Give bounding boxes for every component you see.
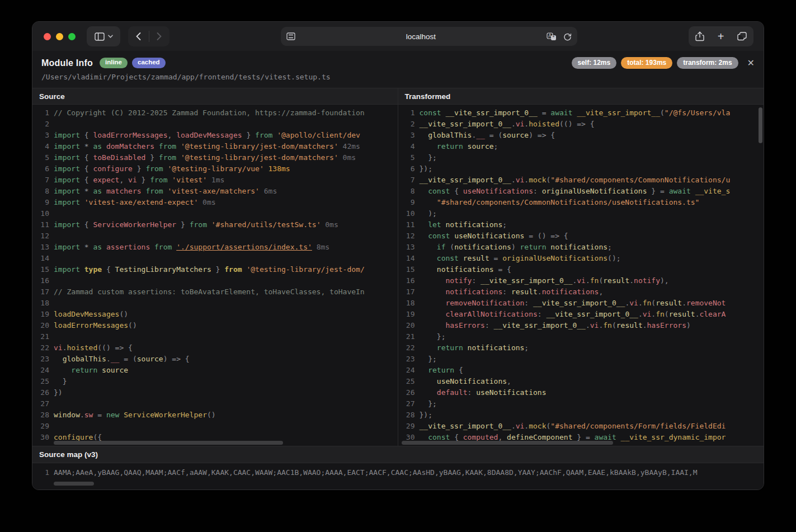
code-token: useNotifications — [454, 232, 524, 240]
code-token: } = — [572, 433, 594, 441]
line-number: 27 — [32, 398, 49, 409]
tab-overview-icon[interactable] — [737, 32, 747, 41]
code-token: __vite_s — [695, 187, 731, 195]
line-number: 21 — [32, 331, 49, 342]
code-line: 17// Zammad custom assertions: toBeAvata… — [32, 286, 398, 298]
code-token: expect — [93, 176, 119, 184]
address-bar[interactable]: localhost A * — [281, 27, 577, 46]
reader-icon[interactable] — [286, 32, 295, 40]
code-token: '#shared/utils/testSw.ts' — [211, 220, 321, 229]
code-link[interactable]: './support/assertions/index.ts' — [176, 243, 312, 251]
code-token — [420, 220, 428, 229]
code-token: , — [119, 176, 128, 184]
code-token — [420, 299, 446, 307]
line-number: 4 — [398, 141, 415, 152]
url-text[interactable]: localhost — [295, 32, 547, 41]
source-map-mappings: AAMA;AAeA,yBAAG,QAAQ,MAAM;AACf,aAAW,KAAK… — [49, 467, 764, 478]
code-token: . — [638, 310, 643, 318]
line-number: 26 — [32, 387, 49, 398]
code-token: return — [437, 343, 468, 352]
line-number: 15 — [32, 264, 49, 275]
code-line: 20loadErrorMessages() — [32, 320, 398, 331]
code-text: notifications = { — [415, 264, 764, 275]
code-token: notifications — [468, 343, 525, 352]
vertical-scrollbar[interactable] — [759, 107, 762, 143]
code-token: from — [255, 131, 277, 139]
code-token: = { — [494, 265, 511, 274]
code-token: . — [106, 355, 111, 363]
code-token — [420, 377, 437, 385]
code-line: 10 — [32, 208, 398, 219]
code-token: 'vitest-axe/matchers' — [168, 187, 260, 195]
line-number: 1 — [32, 467, 49, 478]
code-token: sw — [84, 411, 93, 419]
horizontal-scrollbar[interactable] — [54, 441, 283, 445]
code-token: fn — [603, 321, 612, 329]
code-token: assertions — [106, 243, 150, 251]
code-token: notifications — [445, 288, 502, 296]
translate-icon[interactable]: A * — [547, 32, 557, 41]
code-token: "#shared/components/Form/fields/FieldEdi — [550, 422, 726, 430]
close-panel-button[interactable]: ✕ — [747, 59, 755, 68]
code-token: , — [599, 288, 603, 296]
code-text: // Zammad custom assertions: toBeAvatarE… — [49, 286, 398, 298]
code-line: 25 } — [32, 376, 398, 387]
code-token: '@testing-library/jest-dom/ — [246, 265, 364, 274]
code-token: return — [428, 366, 454, 374]
forward-button[interactable] — [149, 26, 169, 46]
code-token: 'vitest' — [172, 176, 207, 184]
line-number: 16 — [32, 275, 49, 286]
code-text: notifications: result.notifications, — [415, 286, 764, 298]
new-tab-button[interactable]: + — [718, 31, 724, 42]
line-number: 25 — [398, 376, 415, 387]
code-token: removeNot — [686, 299, 726, 307]
code-token: source — [502, 131, 529, 139]
horizontal-scrollbar[interactable] — [402, 441, 613, 445]
reload-icon[interactable] — [563, 32, 572, 41]
code-line: 12 const useNotifications = () => { — [398, 230, 764, 242]
code-token: "/@fs/Users/vla — [665, 109, 730, 117]
code-token — [420, 388, 437, 397]
minimize-window-button[interactable] — [56, 33, 63, 40]
line-number: 2 — [32, 119, 49, 130]
code-token: notifications — [542, 288, 599, 296]
code-token: configure — [93, 164, 132, 173]
code-text — [49, 119, 398, 130]
back-button[interactable] — [128, 26, 149, 46]
zoom-window-button[interactable] — [68, 33, 76, 40]
close-window-button[interactable] — [44, 33, 51, 40]
code-text: import { expect, vi } from 'vitest' 1ms — [49, 175, 398, 186]
code-line: 19 clearAllNotifications: __vite_ssr_imp… — [398, 309, 764, 320]
code-token: return — [520, 243, 551, 251]
code-token: __vite_ssr_dynamic_impor — [621, 433, 726, 441]
share-icon[interactable] — [695, 31, 704, 41]
line-number: 17 — [32, 286, 49, 298]
code-token: vi — [516, 176, 525, 184]
code-text: import type { TestingLibraryMatchers } f… — [49, 264, 398, 275]
code-line: 24 return source — [32, 365, 398, 376]
transformed-code-area[interactable]: 1const __vite_ssr_import_0__ = await __v… — [398, 105, 764, 446]
code-token: return — [71, 366, 102, 374]
source-code-area[interactable]: 1// Copyright (C) 2012-2025 Zammad Found… — [32, 105, 398, 446]
horizontal-scrollbar[interactable] — [54, 482, 94, 486]
line-number: 30 — [32, 432, 49, 443]
code-token: source — [468, 142, 494, 150]
code-line: 3 globalThis.__ = (source) => { — [398, 130, 764, 141]
code-token: ( — [651, 299, 656, 307]
chevron-down-icon — [108, 35, 113, 38]
navigation-buttons — [128, 26, 169, 46]
line-number: 5 — [398, 152, 415, 163]
code-token: '@testing-library/jest-dom/matchers' — [181, 142, 338, 150]
code-token: { — [106, 265, 115, 274]
code-token: notifications — [550, 243, 607, 251]
sidebar-toggle-button[interactable] — [87, 26, 120, 46]
code-token: "#shared/components/CommonNotifications/… — [550, 176, 730, 184]
code-token: () — [128, 321, 137, 329]
code-token: notifications — [445, 220, 502, 229]
code-token: type — [84, 265, 106, 274]
code-token: vi — [590, 321, 599, 329]
code-text: globalThis.__ = (source) => { — [49, 354, 398, 365]
code-line: 29__vite_ssr_import_0__.vi.mock("#shared… — [398, 421, 764, 432]
line-number: 13 — [398, 242, 415, 253]
code-token: ) => { — [529, 131, 555, 139]
